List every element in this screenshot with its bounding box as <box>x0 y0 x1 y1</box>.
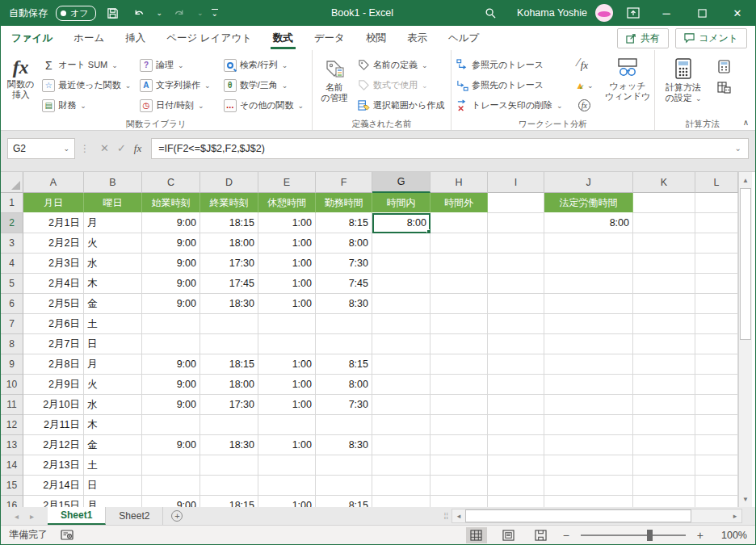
row-header-12[interactable]: 12 <box>1 415 23 435</box>
name-box[interactable]: G2 ⌄ <box>7 138 75 159</box>
cell-A3[interactable]: 2月2日 <box>23 233 84 254</box>
row-header-15[interactable]: 15 <box>1 476 23 496</box>
math-trig-button[interactable]: θ 数学/三角 ⌄ <box>220 75 310 95</box>
cell-B12[interactable]: 木 <box>84 415 142 435</box>
cell-C10[interactable]: 9:00 <box>142 375 200 395</box>
vertical-scrollbar-thumb[interactable] <box>740 188 751 340</box>
cell-C15[interactable] <box>142 476 200 496</box>
ribbon-display-options-button[interactable] <box>624 4 642 22</box>
cell-C6[interactable]: 9:00 <box>142 294 200 314</box>
cell-E16[interactable]: 1:00 <box>258 496 316 507</box>
cell-G8[interactable] <box>372 334 430 354</box>
cell-J15[interactable] <box>544 476 633 496</box>
cell-L15[interactable] <box>695 476 738 496</box>
autosave-toggle[interactable]: オフ <box>56 6 96 21</box>
row-header-5[interactable]: 5 <box>1 274 23 294</box>
minimize-button[interactable]: ─ <box>649 0 684 26</box>
cell-A5[interactable]: 2月4日 <box>23 274 84 294</box>
cell-I2[interactable] <box>488 213 544 233</box>
cell-F4[interactable]: 7:30 <box>316 254 372 274</box>
cell-F8[interactable] <box>316 334 372 354</box>
cell-J4[interactable] <box>544 254 633 274</box>
horizontal-scrollbar[interactable]: ◂ ▸ <box>452 509 742 523</box>
name-manager-button[interactable]: 名前の管理 <box>314 52 355 118</box>
cell-E2[interactable]: 1:00 <box>258 213 316 233</box>
cell-H15[interactable] <box>430 476 488 496</box>
cell-E15[interactable] <box>258 476 316 496</box>
cell-K10[interactable] <box>633 375 695 395</box>
cell-D4[interactable]: 17:30 <box>200 254 258 274</box>
create-from-selection-button[interactable]: 選択範囲から作成 <box>355 95 449 115</box>
cell-K1[interactable] <box>633 193 695 213</box>
cell-I9[interactable] <box>488 354 544 375</box>
cell-I4[interactable] <box>488 254 544 274</box>
cell-B6[interactable]: 金 <box>84 294 142 314</box>
accessibility-checker-icon[interactable] <box>61 530 74 540</box>
cell-H13[interactable] <box>430 435 488 455</box>
cell-G6[interactable] <box>372 294 430 314</box>
cell-A12[interactable]: 2月11日 <box>23 415 84 435</box>
cell-I6[interactable] <box>488 294 544 314</box>
user-name[interactable]: Kohama Yoshie <box>517 7 587 19</box>
cell-A2[interactable]: 2月1日 <box>23 213 84 233</box>
cell-I10[interactable] <box>488 375 544 395</box>
zoom-slider[interactable] <box>581 535 686 536</box>
cell-C12[interactable] <box>142 415 200 435</box>
cell-J9[interactable] <box>544 354 633 375</box>
cell-K6[interactable] <box>633 294 695 314</box>
cell-E14[interactable] <box>258 455 316 476</box>
cell-B1[interactable]: 曜日 <box>84 193 142 213</box>
cell-B2[interactable]: 月 <box>84 213 142 233</box>
zoom-level[interactable]: 100% <box>715 530 747 541</box>
cell-G3[interactable] <box>372 233 430 254</box>
cell-H1[interactable]: 時間外 <box>430 193 488 213</box>
cell-K9[interactable] <box>633 354 695 375</box>
fill-handle[interactable] <box>426 229 430 233</box>
cell-A8[interactable]: 2月7日 <box>23 334 84 354</box>
cell-J2[interactable]: 8:00 <box>544 213 633 233</box>
cell-L11[interactable] <box>695 395 738 415</box>
cell-B3[interactable]: 火 <box>84 233 142 254</box>
sheet-nav-right-icon[interactable]: ▸ <box>30 512 34 521</box>
cell-J5[interactable] <box>544 274 633 294</box>
cell-D10[interactable]: 18:00 <box>200 375 258 395</box>
cell-J6[interactable] <box>544 294 633 314</box>
cell-L6[interactable] <box>695 294 738 314</box>
cell-L14[interactable] <box>695 455 738 476</box>
expand-formula-bar-icon[interactable]: ⌄ <box>735 144 741 153</box>
cell-A7[interactable]: 2月6日 <box>23 314 84 334</box>
row-header-1[interactable]: 1 <box>1 193 23 213</box>
cell-I13[interactable] <box>488 435 544 455</box>
cell-D15[interactable] <box>200 476 258 496</box>
cell-A15[interactable]: 2月14日 <box>23 476 84 496</box>
column-header-K[interactable]: K <box>633 172 695 193</box>
cell-F1[interactable]: 勤務時間 <box>316 193 372 213</box>
undo-button[interactable] <box>130 4 148 22</box>
close-button[interactable]: ✕ <box>720 0 755 26</box>
cell-A11[interactable]: 2月10日 <box>23 395 84 415</box>
cell-K12[interactable] <box>633 415 695 435</box>
cell-L8[interactable] <box>695 334 738 354</box>
tab-help[interactable]: ヘルプ <box>438 26 489 50</box>
cell-A1[interactable]: 月日 <box>23 193 84 213</box>
cancel-button[interactable]: ✕ <box>100 142 109 154</box>
cell-C2[interactable]: 9:00 <box>142 213 200 233</box>
cell-D6[interactable]: 18:30 <box>200 294 258 314</box>
cell-F3[interactable]: 8:00 <box>316 233 372 254</box>
define-name-button[interactable]: 名前の定義 ⌄ <box>355 55 449 75</box>
calculate-now-button[interactable] <box>718 60 730 73</box>
enter-button[interactable]: ✓ <box>117 142 126 154</box>
cell-K7[interactable] <box>633 314 695 334</box>
cell-E1[interactable]: 休憩時間 <box>258 193 316 213</box>
cell-H9[interactable] <box>430 354 488 375</box>
tab-file[interactable]: ファイル <box>1 26 63 50</box>
cell-C13[interactable]: 9:00 <box>142 435 200 455</box>
cell-F9[interactable]: 8:15 <box>316 354 372 375</box>
column-header-F[interactable]: F <box>316 172 372 193</box>
row-header-2[interactable]: 2 <box>1 213 23 233</box>
cell-C8[interactable] <box>142 334 200 354</box>
row-header-6[interactable]: 6 <box>1 294 23 314</box>
cell-K14[interactable] <box>633 455 695 476</box>
cell-J3[interactable] <box>544 233 633 254</box>
cell-J11[interactable] <box>544 395 633 415</box>
